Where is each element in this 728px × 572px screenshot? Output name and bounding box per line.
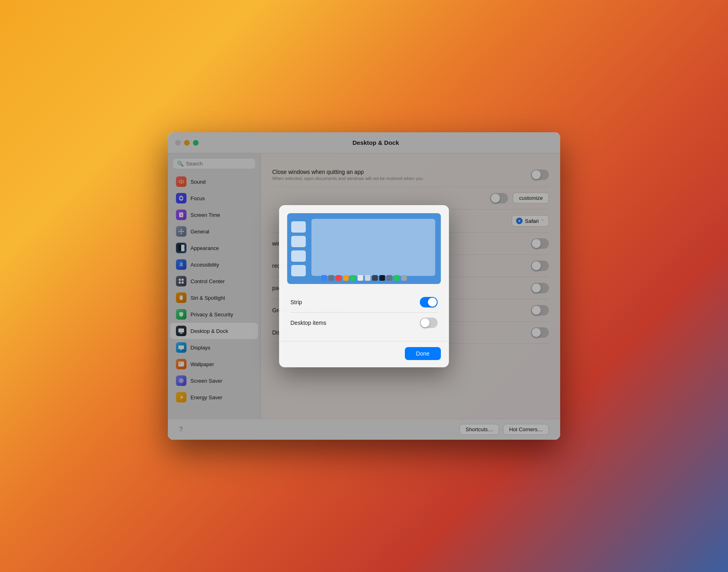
toggle-knob bbox=[421, 318, 430, 327]
modal-body: Strip Desktop items bbox=[279, 284, 449, 341]
mock-item-3 bbox=[291, 250, 306, 262]
dock-dot-11 bbox=[394, 275, 400, 281]
system-preferences-window: Desktop & Dock 🔍 Sound bbox=[168, 132, 560, 440]
modal-footer: Done bbox=[279, 341, 449, 367]
strip-label: Strip bbox=[290, 299, 302, 305]
desktop-items-toggle[interactable] bbox=[420, 318, 438, 328]
mock-item-1 bbox=[291, 221, 306, 233]
modal-preview bbox=[287, 213, 441, 284]
dock-dot-2 bbox=[328, 275, 334, 281]
dock-dot-8 bbox=[372, 275, 378, 281]
mock-main-area bbox=[311, 219, 435, 276]
dock-dot-7 bbox=[365, 275, 370, 281]
modal-dialog: Strip Desktop items Done bbox=[279, 205, 449, 367]
toggle-knob bbox=[428, 298, 437, 307]
dock-dot-1 bbox=[321, 275, 327, 281]
dock-dot-5 bbox=[350, 275, 356, 281]
dock-dot-6 bbox=[358, 275, 363, 281]
mock-item-2 bbox=[291, 236, 306, 247]
strip-toggle[interactable] bbox=[420, 297, 438, 307]
dock-strip bbox=[321, 275, 407, 281]
mock-item-4 bbox=[291, 265, 306, 276]
strip-row: Strip bbox=[290, 292, 438, 313]
dock-dot-9 bbox=[379, 275, 385, 281]
modal-overlay: Strip Desktop items Done bbox=[168, 132, 560, 440]
dock-dot-3 bbox=[336, 275, 341, 281]
done-button[interactable]: Done bbox=[405, 347, 441, 360]
dock-dot-4 bbox=[343, 275, 349, 281]
dock-dot-12 bbox=[401, 275, 407, 281]
dock-dot-10 bbox=[387, 275, 392, 281]
mock-sidebar bbox=[291, 221, 306, 276]
desktop-items-label: Desktop items bbox=[290, 320, 326, 326]
desktop-items-row: Desktop items bbox=[290, 313, 438, 333]
